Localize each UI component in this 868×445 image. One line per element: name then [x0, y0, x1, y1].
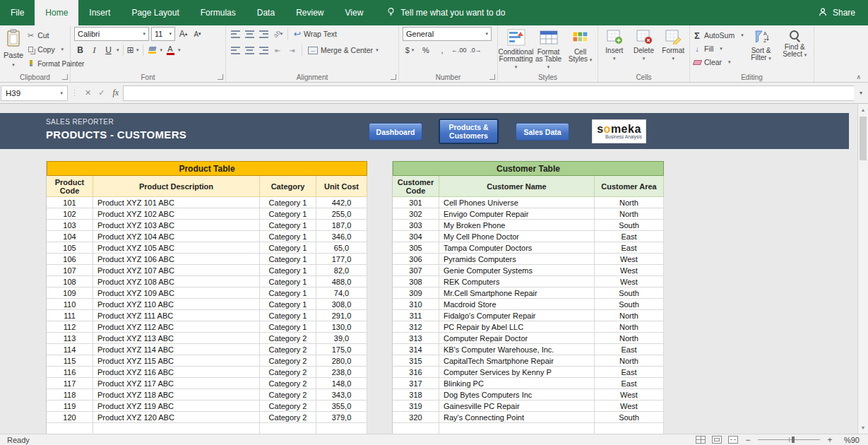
customer-area-cell[interactable]: South [595, 287, 664, 299]
formula-input[interactable] [123, 85, 854, 101]
product-description-cell[interactable]: Product XYZ 112 ABC [93, 321, 260, 333]
customer-code-cell[interactable]: 316 [393, 367, 439, 378]
number-dialog-launcher-icon[interactable] [489, 74, 495, 80]
product-cost-cell[interactable]: 308,0 [316, 299, 367, 310]
product-code-cell[interactable]: 106 [47, 254, 93, 265]
font-name-combo[interactable]: Calibri▾ [74, 27, 149, 41]
customer-name-cell[interactable]: Pyramids Computers [439, 254, 595, 265]
customer-area-cell[interactable]: South [595, 412, 664, 423]
product-category-cell[interactable]: Category 2 [260, 333, 316, 344]
customer-area-cell[interactable]: East [595, 231, 664, 242]
customer-name-cell[interactable]: Genie Computer Systems [439, 265, 595, 276]
wrap-text-button[interactable]: ↩Wrap Text [292, 27, 339, 41]
expand-formula-bar-icon[interactable]: ▾ [854, 90, 868, 96]
ribbon-tab[interactable]: Page Layout [121, 0, 189, 25]
product-category-cell[interactable]: Category 2 [260, 400, 316, 412]
customer-area-cell[interactable]: North [595, 333, 664, 344]
product-cost-cell[interactable]: 488,0 [316, 276, 367, 287]
decrease-font-size-button[interactable]: A▾ [191, 27, 203, 41]
bold-button[interactable]: B [74, 43, 86, 57]
scroll-up-icon[interactable]: ▲ [858, 105, 868, 115]
product-category-cell[interactable]: Category 1 [260, 197, 316, 208]
customer-area-cell[interactable]: West [595, 265, 664, 276]
product-code-cell[interactable]: 111 [47, 310, 93, 321]
sort-filter-button[interactable]: AZ Sort & Filter ▾ [744, 28, 778, 72]
customer-area-cell[interactable]: West [595, 254, 664, 265]
product-category-cell[interactable]: Category 1 [260, 265, 316, 276]
customer-area-cell[interactable]: East [595, 378, 664, 389]
customer-area-cell[interactable]: West [595, 400, 664, 412]
paste-button[interactable]: Paste▾ [2, 28, 25, 72]
product-cost-cell[interactable]: 255,0 [316, 208, 367, 220]
clipboard-dialog-launcher-icon[interactable] [62, 74, 68, 80]
customer-code-cell[interactable]: 310 [393, 299, 439, 310]
product-cost-cell[interactable]: 74,0 [316, 287, 367, 299]
customer-area-cell[interactable]: West [595, 276, 664, 287]
customer-code-cell[interactable]: 308 [393, 276, 439, 287]
product-cost-cell[interactable]: 177,0 [316, 254, 367, 265]
product-category-cell[interactable]: Category 2 [260, 344, 316, 355]
formula-bar-handle[interactable]: ⋮ [68, 88, 81, 97]
product-description-cell[interactable]: Product XYZ 102 ABC [93, 208, 260, 220]
product-description-cell[interactable]: Product XYZ 120 ABC [93, 412, 260, 423]
page-layout-view-icon[interactable] [712, 436, 722, 444]
product-category-cell[interactable]: Category 2 [260, 389, 316, 400]
product-cost-cell[interactable]: 39,0 [316, 333, 367, 344]
product-description-cell[interactable]: Product XYZ 115 ABC [93, 355, 260, 367]
customer-code-cell[interactable]: 304 [393, 231, 439, 242]
insert-function-button[interactable]: fx [108, 88, 123, 98]
product-description-cell[interactable]: Product XYZ 109 ABC [93, 287, 260, 299]
product-cost-cell[interactable]: 238,0 [316, 367, 367, 378]
customer-code-cell[interactable]: 306 [393, 254, 439, 265]
product-category-cell[interactable]: Category 2 [260, 412, 316, 423]
align-center-button[interactable] [244, 43, 256, 57]
accounting-format-button[interactable]: $ ▾ [403, 43, 417, 57]
product-description-cell[interactable]: Product XYZ 101 ABC [93, 197, 260, 208]
ribbon-tab[interactable]: Data [246, 0, 285, 25]
customer-code-cell[interactable]: 314 [393, 344, 439, 355]
font-color-button[interactable]: A [165, 43, 176, 57]
product-description-cell[interactable]: Product XYZ 106 ABC [93, 254, 260, 265]
orientation-button[interactable]: ab▾ [272, 27, 284, 41]
percent-style-button[interactable]: % [419, 43, 433, 57]
product-category-cell[interactable]: Category 1 [260, 254, 316, 265]
customer-area-cell[interactable]: East [595, 367, 664, 378]
cut-button[interactable]: ✂Cut [26, 29, 68, 42]
worksheet[interactable]: SALES REPORTER PRODUCTS - CUSTOMERS Dash… [0, 104, 868, 434]
product-category-cell[interactable]: Category 1 [260, 287, 316, 299]
products-customers-button[interactable]: Products & Customers [439, 119, 499, 144]
ribbon-tab[interactable]: Review [285, 0, 334, 25]
customer-code-cell[interactable]: 303 [393, 220, 439, 231]
customer-area-cell[interactable]: East [595, 242, 664, 254]
customer-area-cell[interactable]: South [595, 299, 664, 310]
zoom-level-label[interactable]: %90 [840, 436, 860, 444]
product-code-cell[interactable]: 108 [47, 276, 93, 287]
enter-check-icon[interactable]: ✓ [95, 88, 108, 97]
dashboard-button[interactable]: Dashboard [369, 123, 422, 141]
product-code-cell[interactable]: 112 [47, 321, 93, 333]
font-size-combo[interactable]: 11▾ [151, 27, 175, 41]
customer-name-cell[interactable]: Tampa Computer Doctors [439, 242, 595, 254]
customer-name-cell[interactable]: Blinking PC [439, 378, 595, 389]
ribbon-tab[interactable]: Formulas [190, 0, 246, 25]
font-dialog-launcher-icon[interactable] [218, 74, 223, 80]
align-left-button[interactable] [230, 43, 242, 57]
product-code-cell[interactable]: 118 [47, 389, 93, 400]
tell-me-box[interactable]: Tell me what you want to do [386, 0, 505, 25]
product-category-cell[interactable]: Category 1 [260, 276, 316, 287]
product-description-cell[interactable]: Product XYZ 116 ABC [93, 367, 260, 378]
product-category-cell[interactable]: Category 2 [260, 378, 316, 389]
product-description-cell[interactable]: Product XYZ 119 ABC [93, 400, 260, 412]
product-code-cell[interactable]: 103 [47, 220, 93, 231]
customer-name-cell[interactable]: Envigo Computer Repair [439, 208, 595, 220]
align-bottom-button[interactable] [258, 27, 270, 41]
product-code-cell[interactable]: 116 [47, 367, 93, 378]
customer-name-cell[interactable]: Mr.Cell Smartphone Repair [439, 287, 595, 299]
product-code-cell[interactable]: 110 [47, 299, 93, 310]
customer-area-cell[interactable]: North [595, 355, 664, 367]
product-code-cell[interactable]: 117 [47, 378, 93, 389]
align-top-button[interactable] [230, 27, 242, 41]
autosum-button[interactable]: ΣAutoSum ▾ [692, 29, 744, 42]
delete-cells-button[interactable]: Delete▾ [630, 28, 658, 72]
fill-color-button[interactable] [147, 43, 158, 57]
